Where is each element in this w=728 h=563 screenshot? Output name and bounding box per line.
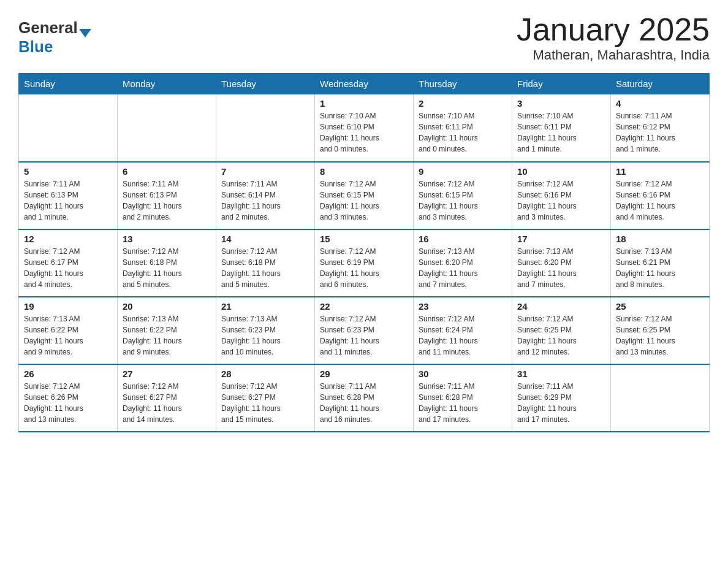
day-number: 18 <box>616 234 704 244</box>
day-number: 7 <box>221 166 309 177</box>
calendar-cell <box>216 94 315 162</box>
calendar-cell: 10Sunrise: 7:12 AM Sunset: 6:16 PM Dayli… <box>512 162 611 229</box>
calendar-cell: 12Sunrise: 7:12 AM Sunset: 6:17 PM Dayli… <box>19 229 118 297</box>
day-info: Sunrise: 7:12 AM Sunset: 6:16 PM Dayligh… <box>517 178 605 223</box>
day-info: Sunrise: 7:11 AM Sunset: 6:14 PM Dayligh… <box>221 178 309 223</box>
calendar-cell: 3Sunrise: 7:10 AM Sunset: 6:11 PM Daylig… <box>512 94 611 162</box>
calendar-cell: 28Sunrise: 7:12 AM Sunset: 6:27 PM Dayli… <box>216 364 315 432</box>
day-info: Sunrise: 7:13 AM Sunset: 6:22 PM Dayligh… <box>24 313 112 358</box>
day-of-week-header: Saturday <box>611 74 710 94</box>
day-info: Sunrise: 7:12 AM Sunset: 6:17 PM Dayligh… <box>24 246 112 290</box>
day-info: Sunrise: 7:10 AM Sunset: 6:11 PM Dayligh… <box>517 110 605 155</box>
day-info: Sunrise: 7:12 AM Sunset: 6:15 PM Dayligh… <box>320 178 408 223</box>
day-of-week-header: Tuesday <box>216 74 315 94</box>
logo: General Blue <box>18 18 91 56</box>
calendar-header-row: SundayMondayTuesdayWednesdayThursdayFrid… <box>19 74 710 94</box>
day-number: 1 <box>320 98 408 109</box>
calendar-cell: 5Sunrise: 7:11 AM Sunset: 6:13 PM Daylig… <box>19 162 118 229</box>
day-number: 2 <box>419 98 507 109</box>
calendar-cell: 20Sunrise: 7:13 AM Sunset: 6:22 PM Dayli… <box>118 297 216 364</box>
calendar-cell: 19Sunrise: 7:13 AM Sunset: 6:22 PM Dayli… <box>19 297 118 364</box>
day-number: 8 <box>320 166 408 177</box>
day-number: 14 <box>221 234 309 244</box>
calendar-cell: 27Sunrise: 7:12 AM Sunset: 6:27 PM Dayli… <box>118 364 216 432</box>
day-info: Sunrise: 7:13 AM Sunset: 6:20 PM Dayligh… <box>517 246 605 290</box>
day-info: Sunrise: 7:13 AM Sunset: 6:20 PM Dayligh… <box>419 246 507 290</box>
day-number: 26 <box>24 369 112 379</box>
calendar-cell: 7Sunrise: 7:11 AM Sunset: 6:14 PM Daylig… <box>216 162 315 229</box>
calendar-cell: 11Sunrise: 7:12 AM Sunset: 6:16 PM Dayli… <box>611 162 710 229</box>
day-info: Sunrise: 7:12 AM Sunset: 6:25 PM Dayligh… <box>517 313 605 358</box>
day-number: 21 <box>221 301 309 312</box>
day-number: 9 <box>419 166 507 177</box>
day-number: 30 <box>419 369 507 379</box>
calendar-cell <box>118 94 216 162</box>
day-number: 16 <box>419 234 507 244</box>
page-header: General Blue January 2025 Matheran, Maha… <box>18 12 710 63</box>
day-info: Sunrise: 7:13 AM Sunset: 6:23 PM Dayligh… <box>221 313 309 358</box>
day-number: 20 <box>123 301 211 312</box>
day-number: 11 <box>616 166 704 177</box>
calendar-cell: 4Sunrise: 7:11 AM Sunset: 6:12 PM Daylig… <box>611 94 710 162</box>
logo-general-text: General <box>18 18 78 37</box>
day-info: Sunrise: 7:13 AM Sunset: 6:21 PM Dayligh… <box>616 246 704 290</box>
day-number: 13 <box>123 234 211 244</box>
calendar-week-row: 12Sunrise: 7:12 AM Sunset: 6:17 PM Dayli… <box>19 229 710 297</box>
calendar-cell: 31Sunrise: 7:11 AM Sunset: 6:29 PM Dayli… <box>512 364 611 432</box>
day-info: Sunrise: 7:11 AM Sunset: 6:13 PM Dayligh… <box>24 178 112 223</box>
day-number: 25 <box>616 301 704 312</box>
calendar-week-row: 1Sunrise: 7:10 AM Sunset: 6:10 PM Daylig… <box>19 94 710 162</box>
calendar-cell: 18Sunrise: 7:13 AM Sunset: 6:21 PM Dayli… <box>611 229 710 297</box>
day-number: 19 <box>24 301 112 312</box>
day-number: 10 <box>517 166 605 177</box>
calendar-week-row: 5Sunrise: 7:11 AM Sunset: 6:13 PM Daylig… <box>19 162 710 229</box>
day-info: Sunrise: 7:11 AM Sunset: 6:28 PM Dayligh… <box>419 381 507 425</box>
day-of-week-header: Wednesday <box>315 74 414 94</box>
calendar-cell: 8Sunrise: 7:12 AM Sunset: 6:15 PM Daylig… <box>315 162 414 229</box>
day-number: 23 <box>419 301 507 312</box>
calendar-cell: 1Sunrise: 7:10 AM Sunset: 6:10 PM Daylig… <box>315 94 414 162</box>
day-info: Sunrise: 7:11 AM Sunset: 6:28 PM Dayligh… <box>320 381 408 425</box>
day-info: Sunrise: 7:10 AM Sunset: 6:10 PM Dayligh… <box>320 110 408 155</box>
day-info: Sunrise: 7:12 AM Sunset: 6:19 PM Dayligh… <box>320 246 408 290</box>
day-of-week-header: Thursday <box>414 74 512 94</box>
day-info: Sunrise: 7:13 AM Sunset: 6:22 PM Dayligh… <box>123 313 211 358</box>
day-info: Sunrise: 7:12 AM Sunset: 6:27 PM Dayligh… <box>221 381 309 425</box>
calendar-cell: 9Sunrise: 7:12 AM Sunset: 6:15 PM Daylig… <box>414 162 512 229</box>
calendar-cell: 16Sunrise: 7:13 AM Sunset: 6:20 PM Dayli… <box>414 229 512 297</box>
logo-blue-text: Blue <box>18 37 53 56</box>
day-number: 28 <box>221 369 309 379</box>
day-number: 29 <box>320 369 408 379</box>
calendar-week-row: 26Sunrise: 7:12 AM Sunset: 6:26 PM Dayli… <box>19 364 710 432</box>
day-info: Sunrise: 7:12 AM Sunset: 6:24 PM Dayligh… <box>419 313 507 358</box>
day-of-week-header: Friday <box>512 74 611 94</box>
day-number: 31 <box>517 369 605 379</box>
calendar-cell: 21Sunrise: 7:13 AM Sunset: 6:23 PM Dayli… <box>216 297 315 364</box>
day-number: 6 <box>123 166 211 177</box>
calendar-cell: 30Sunrise: 7:11 AM Sunset: 6:28 PM Dayli… <box>414 364 512 432</box>
calendar-cell: 13Sunrise: 7:12 AM Sunset: 6:18 PM Dayli… <box>118 229 216 297</box>
calendar-cell: 15Sunrise: 7:12 AM Sunset: 6:19 PM Dayli… <box>315 229 414 297</box>
day-number: 3 <box>517 98 605 109</box>
day-number: 24 <box>517 301 605 312</box>
day-of-week-header: Monday <box>118 74 216 94</box>
calendar-cell: 2Sunrise: 7:10 AM Sunset: 6:11 PM Daylig… <box>414 94 512 162</box>
location-title: Matheran, Maharashtra, India <box>517 47 710 63</box>
month-title: January 2025 <box>517 12 710 47</box>
title-section: January 2025 Matheran, Maharashtra, Indi… <box>517 12 710 63</box>
calendar-cell <box>19 94 118 162</box>
day-info: Sunrise: 7:12 AM Sunset: 6:23 PM Dayligh… <box>320 313 408 358</box>
day-number: 17 <box>517 234 605 244</box>
logo-arrow-icon <box>79 29 91 37</box>
calendar-cell: 17Sunrise: 7:13 AM Sunset: 6:20 PM Dayli… <box>512 229 611 297</box>
day-number: 4 <box>616 98 704 109</box>
calendar-table: SundayMondayTuesdayWednesdayThursdayFrid… <box>18 73 710 432</box>
calendar-cell: 25Sunrise: 7:12 AM Sunset: 6:25 PM Dayli… <box>611 297 710 364</box>
calendar-week-row: 19Sunrise: 7:13 AM Sunset: 6:22 PM Dayli… <box>19 297 710 364</box>
calendar-cell: 22Sunrise: 7:12 AM Sunset: 6:23 PM Dayli… <box>315 297 414 364</box>
day-number: 5 <box>24 166 112 177</box>
calendar-cell: 29Sunrise: 7:11 AM Sunset: 6:28 PM Dayli… <box>315 364 414 432</box>
day-number: 22 <box>320 301 408 312</box>
day-info: Sunrise: 7:10 AM Sunset: 6:11 PM Dayligh… <box>419 110 507 155</box>
calendar-cell: 23Sunrise: 7:12 AM Sunset: 6:24 PM Dayli… <box>414 297 512 364</box>
